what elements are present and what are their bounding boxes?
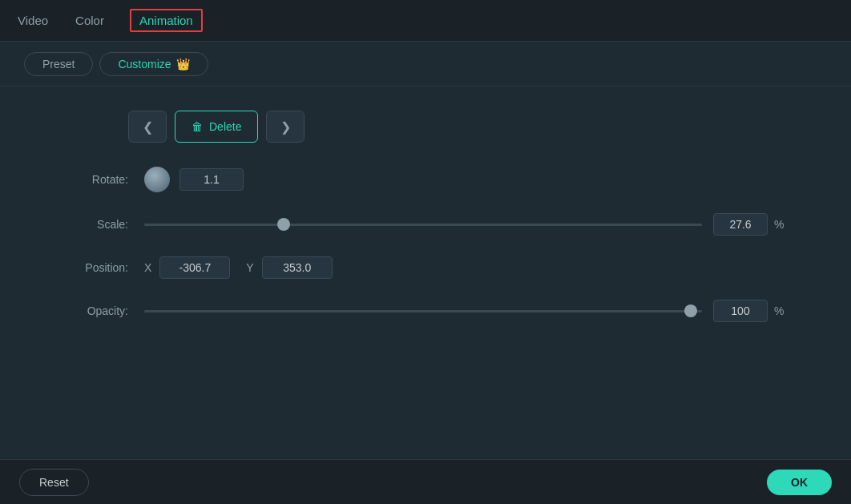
- scale-value-input[interactable]: [713, 213, 768, 236]
- position-label: Position:: [48, 261, 128, 274]
- scale-unit: %: [774, 218, 787, 231]
- scale-label: Scale:: [48, 218, 128, 231]
- x-label: X: [144, 261, 151, 274]
- opacity-slider-track: [144, 310, 702, 312]
- scale-slider-track: [144, 224, 702, 226]
- rotate-value-input[interactable]: [179, 168, 244, 191]
- y-label: Y: [246, 261, 253, 274]
- sub-navigation: Preset Customize 👑: [0, 42, 851, 87]
- position-row: Position: X Y: [48, 256, 787, 279]
- rotate-label: Rotate:: [48, 173, 128, 186]
- scale-slider-container[interactable]: [144, 216, 702, 232]
- delete-button[interactable]: 🗑 Delete: [175, 111, 258, 143]
- opacity-unit: %: [774, 304, 787, 317]
- ok-button[interactable]: OK: [767, 470, 832, 495]
- trash-icon: 🗑: [192, 120, 203, 133]
- preset-tab[interactable]: Preset: [24, 52, 93, 76]
- scale-slider-thumb[interactable]: [277, 218, 290, 231]
- crown-icon: 👑: [176, 58, 190, 71]
- tab-video[interactable]: Video: [16, 9, 50, 32]
- position-y-input[interactable]: [262, 256, 333, 279]
- tab-color[interactable]: Color: [74, 9, 106, 32]
- footer: Reset OK: [0, 459, 851, 504]
- scale-row: Scale: %: [48, 213, 787, 236]
- rotate-knob[interactable]: [144, 167, 170, 192]
- next-button[interactable]: ❯: [266, 111, 305, 143]
- position-x-input[interactable]: [159, 256, 230, 279]
- customize-label: Customize: [118, 58, 171, 71]
- opacity-label: Opacity:: [48, 304, 128, 317]
- customize-tab[interactable]: Customize 👑: [99, 52, 208, 76]
- tab-animation[interactable]: Animation: [130, 9, 203, 32]
- opacity-slider-container[interactable]: [144, 303, 702, 319]
- opacity-slider-thumb[interactable]: [684, 304, 697, 317]
- top-navigation: Video Color Animation: [0, 0, 851, 42]
- prev-button[interactable]: ❮: [128, 111, 167, 143]
- opacity-value-input[interactable]: [713, 300, 768, 322]
- reset-button[interactable]: Reset: [19, 469, 89, 496]
- opacity-row: Opacity: %: [48, 300, 787, 322]
- rotate-row: Rotate:: [48, 167, 787, 192]
- delete-label: Delete: [209, 120, 241, 133]
- main-content: ❮ 🗑 Delete ❯ Rotate: Scale: % Position: …: [0, 87, 851, 459]
- action-button-row: ❮ 🗑 Delete ❯: [128, 111, 787, 143]
